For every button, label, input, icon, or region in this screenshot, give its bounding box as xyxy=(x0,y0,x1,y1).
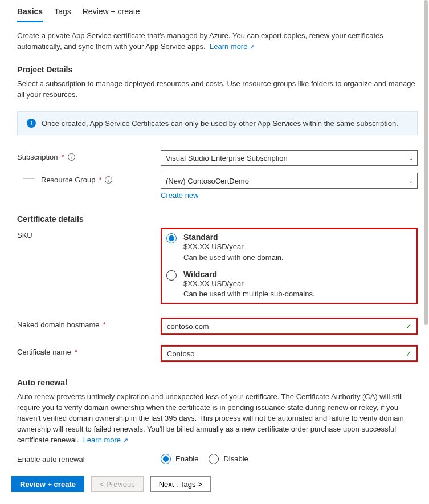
checkmark-icon: ✓ xyxy=(406,349,412,358)
subscription-select[interactable]: Visual Studio Enterprise Subscription xyxy=(161,150,418,166)
radio-icon xyxy=(166,233,177,243)
external-link-icon: ↗ xyxy=(123,437,128,444)
intro-learn-more-link[interactable]: Learn more ↗ xyxy=(210,42,255,51)
tab-review-create[interactable]: Review + create xyxy=(83,3,140,22)
auto-renewal-desc: Auto renew prevents untimely expiration … xyxy=(17,392,418,445)
enable-auto-renewal-label: Enable auto renewal xyxy=(17,452,161,464)
review-create-button[interactable]: Review + create xyxy=(11,476,84,492)
sku-option-standard[interactable]: Standard $XX.XX USD/year Can be used wit… xyxy=(166,233,412,262)
project-details-desc: Select a subscription to manage deployed… xyxy=(17,79,418,100)
subscription-label: Subscription* i xyxy=(17,150,161,161)
disable-option-label: Disable xyxy=(223,454,248,463)
tab-basics[interactable]: Basics xyxy=(17,3,43,22)
scrollbar-thumb[interactable] xyxy=(424,0,428,325)
info-icon[interactable]: i xyxy=(68,153,75,161)
radio-icon xyxy=(161,454,171,464)
sku-wildcard-desc: Can be used with multiple sub-domains. xyxy=(183,289,315,299)
sku-wildcard-title: Wildcard xyxy=(183,270,315,279)
auto-renewal-learn-more-link[interactable]: Learn more ↗ xyxy=(83,436,128,444)
hostname-label: Naked domain hostname* xyxy=(17,318,161,329)
info-banner: i Once created, App Service Certificates… xyxy=(17,111,418,135)
certname-label: Certificate name* xyxy=(17,345,161,356)
intro-body: Create a private App Service certificate… xyxy=(17,31,383,51)
info-icon[interactable]: i xyxy=(105,176,112,184)
certificate-name-input[interactable] xyxy=(162,346,416,361)
checkmark-icon: ✓ xyxy=(406,322,412,331)
wizard-footer: Review + create < Previous Next : Tags > xyxy=(0,468,429,500)
vertical-scrollbar[interactable] xyxy=(424,0,428,468)
hostname-input[interactable] xyxy=(162,319,416,334)
info-banner-text: Once created, App Service Certificates c… xyxy=(42,119,398,128)
sku-standard-price: $XX.XX USD/year xyxy=(183,242,284,252)
auto-renewal-disable-option[interactable]: Disable xyxy=(209,453,248,464)
sku-standard-desc: Can be used with one domain. xyxy=(183,253,284,263)
external-link-icon: ↗ xyxy=(250,43,255,50)
next-button[interactable]: Next : Tags > xyxy=(150,476,211,492)
sku-wildcard-price: $XX.XX USD/year xyxy=(183,279,315,289)
info-icon: i xyxy=(27,119,36,128)
auto-renewal-enable-option[interactable]: Enable xyxy=(161,453,198,464)
sku-option-wildcard[interactable]: Wildcard $XX.XX USD/year Can be used wit… xyxy=(166,270,412,299)
previous-button: < Previous xyxy=(91,476,144,492)
project-details-heading: Project Details xyxy=(17,65,418,74)
create-new-resource-group-link[interactable]: Create new xyxy=(161,191,198,200)
intro-text: Create a private App Service certificate… xyxy=(17,31,418,52)
sku-label: SKU xyxy=(17,228,161,239)
certificate-details-heading: Certificate details xyxy=(17,214,418,223)
resource-group-select[interactable]: (New) ContosoCertDemo xyxy=(161,173,418,189)
resource-group-label: Resource Group* i xyxy=(17,173,161,184)
tab-tags[interactable]: Tags xyxy=(54,3,71,22)
sku-standard-title: Standard xyxy=(183,233,284,242)
auto-renewal-heading: Auto renewal xyxy=(17,378,418,387)
sku-highlight: Standard $XX.XX USD/year Can be used wit… xyxy=(161,228,418,304)
radio-icon xyxy=(209,454,219,464)
radio-icon xyxy=(166,270,177,281)
wizard-tabs: Basics Tags Review + create xyxy=(17,0,418,23)
enable-option-label: Enable xyxy=(175,454,198,463)
